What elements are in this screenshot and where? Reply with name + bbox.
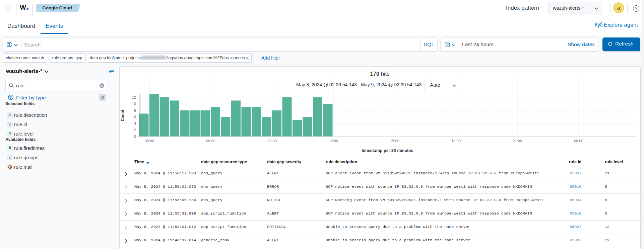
svg-text:21:00: 21:00 bbox=[513, 139, 522, 143]
svg-text:Count: Count bbox=[120, 110, 125, 121]
svg-text:10: 10 bbox=[132, 102, 136, 106]
svg-text:06:00: 06:00 bbox=[206, 139, 215, 143]
svg-text:8: 8 bbox=[134, 108, 136, 112]
svg-text:09:00: 09:00 bbox=[267, 139, 277, 143]
svg-text:2: 2 bbox=[134, 128, 136, 132]
svg-text:15:00: 15:00 bbox=[390, 139, 399, 143]
svg-text:12:00: 12:00 bbox=[329, 139, 338, 143]
svg-text:12: 12 bbox=[132, 95, 136, 99]
svg-text:18:00: 18:00 bbox=[451, 139, 461, 143]
svg-text:6: 6 bbox=[134, 115, 136, 119]
svg-text:03:00: 03:00 bbox=[145, 139, 154, 143]
svg-text:00:00: 00:00 bbox=[574, 139, 583, 143]
svg-text:0: 0 bbox=[134, 135, 136, 139]
svg-text:4: 4 bbox=[134, 121, 136, 126]
